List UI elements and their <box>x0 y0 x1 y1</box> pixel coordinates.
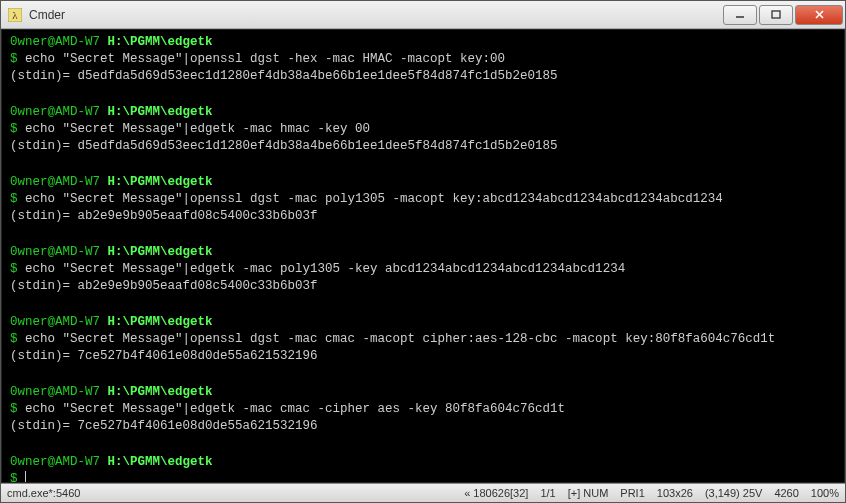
maximize-button[interactable] <box>759 5 793 25</box>
command-line: echo "Secret Message"|edgetk -mac poly13… <box>25 262 625 276</box>
prompt-symbol: $ <box>10 402 18 416</box>
minimize-button[interactable] <box>723 5 757 25</box>
terminal-area[interactable]: 0wner@AMD-W7 H:\PGMM\edgetk $ echo "Secr… <box>1 29 845 483</box>
status-pages: 1/1 <box>540 487 555 499</box>
command-output: (stdin)= d5edfda5d69d53eec1d1280ef4db38a… <box>10 69 558 83</box>
status-pri: PRI1 <box>620 487 644 499</box>
command-line: echo "Secret Message"|openssl dgst -mac … <box>25 332 775 346</box>
status-process: cmd.exe*:5460 <box>7 487 80 499</box>
prompt-path: H:\PGMM\edgetk <box>108 175 213 189</box>
status-bar: cmd.exe*:5460 « 180626[32] 1/1 [+] NUM P… <box>1 483 845 502</box>
prompt-user: 0wner@AMD-W7 <box>10 385 100 399</box>
titlebar[interactable]: λ Cmder <box>1 1 845 29</box>
status-console-size: « 180626[32] <box>464 487 528 499</box>
prompt-user: 0wner@AMD-W7 <box>10 315 100 329</box>
command-line: echo "Secret Message"|edgetk -mac hmac -… <box>25 122 370 136</box>
prompt-path: H:\PGMM\edgetk <box>108 245 213 259</box>
command-output: (stdin)= d5edfda5d69d53eec1d1280ef4db38a… <box>10 139 558 153</box>
status-zoom: 100% <box>811 487 839 499</box>
prompt-symbol: $ <box>10 52 18 66</box>
prompt-user: 0wner@AMD-W7 <box>10 35 100 49</box>
cursor <box>25 471 26 483</box>
prompt-user: 0wner@AMD-W7 <box>10 245 100 259</box>
command-output: (stdin)= ab2e9e9b905eaafd08c5400c33b6b03… <box>10 209 318 223</box>
prompt-symbol: $ <box>10 262 18 276</box>
prompt-user: 0wner@AMD-W7 <box>10 455 100 469</box>
prompt-symbol: $ <box>10 332 18 346</box>
window-title: Cmder <box>29 8 721 22</box>
status-dim: 103x26 <box>657 487 693 499</box>
status-cursor: (3,149) 25V <box>705 487 762 499</box>
svg-rect-3 <box>772 11 780 18</box>
svg-text:λ: λ <box>12 9 18 21</box>
prompt-path: H:\PGMM\edgetk <box>108 105 213 119</box>
lambda-icon: λ <box>7 7 23 23</box>
command-output: (stdin)= ab2e9e9b905eaafd08c5400c33b6b03… <box>10 279 318 293</box>
close-button[interactable] <box>795 5 843 25</box>
prompt-symbol: $ <box>10 472 18 483</box>
prompt-user: 0wner@AMD-W7 <box>10 105 100 119</box>
status-mem: 4260 <box>774 487 798 499</box>
status-caps: [+] NUM <box>568 487 609 499</box>
prompt-symbol: $ <box>10 122 18 136</box>
prompt-user: 0wner@AMD-W7 <box>10 175 100 189</box>
prompt-path: H:\PGMM\edgetk <box>108 385 213 399</box>
command-line: echo "Secret Message"|openssl dgst -mac … <box>25 192 723 206</box>
command-output: (stdin)= 7ce527b4f4061e08d0de55a62153219… <box>10 419 318 433</box>
cmder-window: λ Cmder 0wner@AMD-W7 H:\PGMM\edgetk $ ec… <box>0 0 846 503</box>
prompt-path: H:\PGMM\edgetk <box>108 315 213 329</box>
prompt-symbol: $ <box>10 192 18 206</box>
prompt-path: H:\PGMM\edgetk <box>108 35 213 49</box>
command-output: (stdin)= 7ce527b4f4061e08d0de55a62153219… <box>10 349 318 363</box>
command-line: echo "Secret Message"|openssl dgst -hex … <box>25 52 505 66</box>
command-line: echo "Secret Message"|edgetk -mac cmac -… <box>25 402 565 416</box>
prompt-path: H:\PGMM\edgetk <box>108 455 213 469</box>
